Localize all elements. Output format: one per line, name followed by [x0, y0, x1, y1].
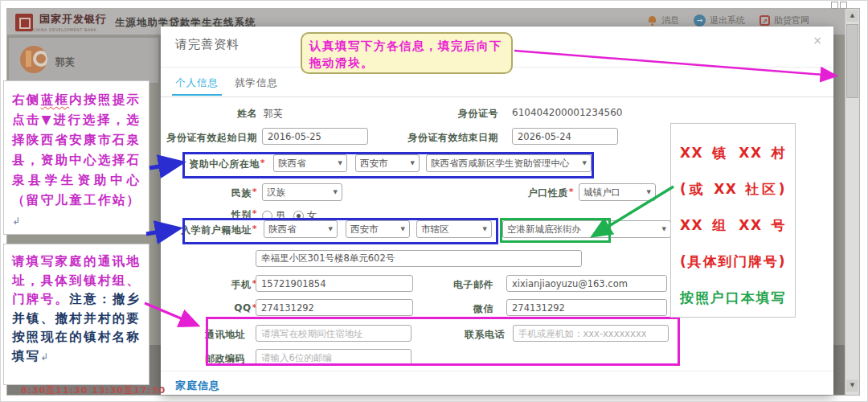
annotation-left-note-2: 请填写家庭的通讯地址，具体到镇村组、门牌号。注意：撤乡并镇、撤村并村的要按照现在… — [3, 244, 149, 385]
cdb-logo-icon — [15, 14, 33, 31]
scroll-down-button[interactable]: ▼ — [846, 379, 858, 392]
wechat-input[interactable] — [506, 299, 667, 316]
mobile-input[interactable] — [256, 275, 413, 292]
mobile-label: 手机 — [161, 278, 257, 292]
chevron-down-icon: ▼ — [583, 160, 587, 166]
pre-district-select[interactable]: 市辖区▼ — [416, 220, 492, 238]
chevron-down-icon: ▼ — [401, 226, 405, 232]
pre-city-select[interactable]: 西安市▼ — [346, 220, 410, 238]
pre-province-select[interactable]: 陕西省▼ — [264, 220, 338, 238]
id-start-date-input[interactable] — [262, 128, 368, 145]
loan-website-button[interactable]: ↗ 助贷官网 — [760, 14, 809, 27]
chevron-down-icon: ▼ — [662, 226, 666, 232]
bank-name-en: CHINA DEVELOPMENT BANK — [33, 27, 107, 32]
annotation-left-note-1: 右侧蓝框内按照提示点击▼进行选择，选择陕西省安康市石泉县，资助中心选择石泉县学生… — [3, 80, 149, 235]
contact-phone-label: 联系电话 — [408, 328, 505, 342]
tab-underline — [172, 94, 222, 96]
chevron-down-icon: ▼ — [411, 160, 415, 166]
annotation-top-note: 认真填写下方各信息，填完后向下拖动滑块。 — [301, 32, 513, 74]
return-mark: ↲ — [12, 215, 22, 227]
gender-male-label: 男 — [276, 210, 285, 221]
tab-personal-info[interactable]: 个人信息 — [175, 76, 219, 90]
name-value: 郭芙 — [264, 107, 283, 121]
hukou-type-select[interactable]: 城镇户口▼ — [579, 183, 656, 201]
name-label: 姓名 — [161, 107, 257, 121]
bell-icon — [647, 15, 657, 26]
tab-school-info[interactable]: 就学信息 — [235, 76, 278, 90]
divider — [161, 96, 833, 97]
corner-handle-icon — [831, 2, 847, 9]
logout-button[interactable]: → 退出系统 — [694, 14, 745, 27]
user-card: 郭芙 — [9, 38, 158, 83]
postcode-input[interactable] — [256, 349, 411, 366]
external-link-icon: ↗ — [760, 15, 770, 26]
funding-city-select[interactable]: 西安市▼ — [355, 154, 420, 172]
detail-address-input[interactable] — [256, 250, 582, 267]
chevron-down-icon: ▼ — [483, 226, 487, 232]
funding-province-select[interactable]: 陕西省▼ — [273, 154, 347, 172]
chevron-down-icon: ▼ — [334, 189, 338, 195]
hukou-type-label: 户口性质 — [477, 187, 574, 200]
divider — [161, 371, 833, 371]
ethnicity-label: 民族 — [161, 187, 257, 200]
family-info-section-title: 家庭信息 — [175, 379, 220, 393]
funding-center-label: 资助中心所在地 — [169, 158, 265, 171]
chevron-down-icon: ▼ — [329, 226, 333, 232]
id-number-value: 610404200001234560 — [512, 107, 622, 118]
funding-center-select[interactable]: 陕西省西咸新区学生资助管理中心▼ — [426, 154, 592, 172]
header-actions: 消息 → 退出系统 ↗ 助贷官网 — [647, 14, 809, 27]
qq-label: QQ — [161, 302, 257, 314]
email-label: 电子邮件 — [397, 278, 493, 292]
office-hours-text: 8:30至11:30 13:30至17:30 — [21, 384, 166, 396]
loan-website-label: 助贷官网 — [774, 14, 809, 27]
scrollbar-track[interactable]: ▲ ▼ — [845, 9, 859, 395]
bank-name: 国家开发银行 — [39, 12, 107, 27]
logout-label: 退出系统 — [710, 14, 745, 27]
messages-label: 消息 — [661, 14, 679, 27]
chevron-down-icon: ▼ — [338, 160, 342, 166]
gender-female-label: 女 — [307, 210, 317, 221]
contact-phone-input[interactable] — [513, 325, 669, 342]
email-input[interactable] — [506, 275, 667, 292]
pre-street-select[interactable]: 空港新城底张街办▼ — [502, 220, 671, 238]
wechat-label: 微信 — [397, 302, 493, 316]
mail-address-label: 通讯地址 — [161, 328, 245, 342]
annotation-right-note: XX 镇 XX 村(或 XX 社区) XX 组 XX 号(具体到门牌号)按照户口… — [670, 123, 796, 318]
mail-address-input[interactable] — [256, 325, 411, 342]
modal-close-button[interactable]: × — [813, 34, 822, 47]
id-number-label: 身份证号 — [402, 107, 498, 121]
messages-button[interactable]: 消息 — [647, 14, 679, 27]
id-start-label: 身份证有效起始日期 — [161, 131, 257, 145]
id-end-label: 身份证有效结束日期 — [402, 131, 498, 145]
pre-address-label: 入学前户籍地址 — [161, 224, 257, 237]
ethnicity-select[interactable]: 汉族▼ — [262, 183, 342, 201]
chevron-down-icon: ▼ — [647, 189, 651, 195]
avatar — [20, 46, 47, 73]
qq-input[interactable] — [256, 299, 413, 316]
scroll-up-button[interactable]: ▲ — [846, 10, 858, 22]
user-name: 郭芙 — [55, 55, 75, 69]
modal-title: 请完善资料 — [175, 37, 240, 52]
logout-icon: → — [694, 14, 706, 27]
id-end-date-input[interactable] — [512, 128, 618, 145]
gender-label: 性别 — [161, 208, 257, 222]
scroll-thumb[interactable] — [846, 24, 858, 98]
postcode-label: 邮政编码 — [161, 352, 245, 366]
return-mark: ↲ — [40, 351, 50, 363]
